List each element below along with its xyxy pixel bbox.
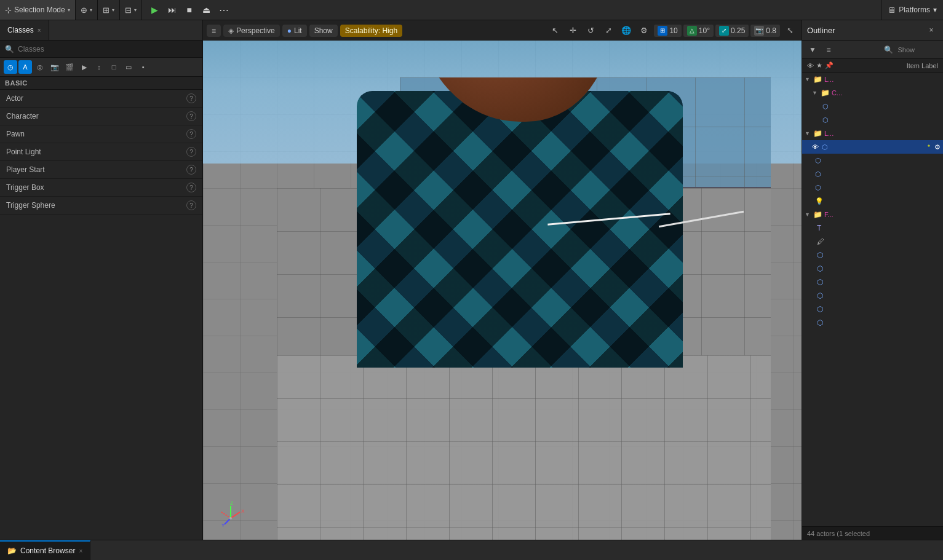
list-item-character[interactable]: Character ? bbox=[0, 108, 202, 125]
perspective-button[interactable]: ◈ Perspective bbox=[223, 25, 280, 37]
maximize-viewport-button[interactable]: ⤡ bbox=[782, 23, 798, 39]
outliner-item-selected[interactable]: 👁 ⬡ * ⚙ bbox=[802, 140, 943, 154]
filter-card-icon[interactable]: ▪ bbox=[137, 60, 150, 74]
outliner-status-bar: 44 actors (1 selected bbox=[802, 526, 943, 540]
viewport-menu-button[interactable]: ≡ bbox=[207, 25, 221, 37]
filter-actor-icon[interactable]: A bbox=[18, 60, 32, 74]
scalability-badge[interactable]: Scalability: High bbox=[340, 25, 402, 37]
outliner-brush-item[interactable]: 🖊 bbox=[802, 235, 943, 248]
scale-tool-button[interactable]: ⤢ bbox=[600, 23, 616, 39]
stop-button[interactable]: ■ bbox=[181, 3, 197, 17]
trigger-box-help-icon[interactable]: ? bbox=[186, 183, 196, 192]
step-forward-button[interactable]: ⏭ bbox=[164, 3, 180, 17]
outliner-item-2c[interactable]: ⬡ bbox=[802, 167, 943, 181]
filter-all-icon[interactable]: ◷ bbox=[4, 60, 17, 74]
content-browser-icon: 📂 bbox=[7, 546, 17, 555]
select-cursor-button[interactable]: ↖ bbox=[547, 23, 563, 39]
list-item-actor[interactable]: Actor ? bbox=[0, 90, 202, 108]
pin-col-icon: 📌 bbox=[825, 61, 834, 69]
lit-button[interactable]: ● Lit bbox=[282, 25, 307, 37]
outliner-folder-1[interactable]: ▼ 📁 L... bbox=[802, 73, 943, 86]
search-input[interactable] bbox=[18, 45, 197, 53]
outliner-items: ▼ 📁 L... ▼ 📁 C... ⬡ ⬡ ▼ bbox=[802, 73, 943, 526]
filter-camera-icon[interactable]: 📷 bbox=[48, 60, 62, 74]
outliner-close-button[interactable]: × bbox=[925, 23, 938, 37]
mesh-icon-fa: ⬡ bbox=[817, 251, 823, 259]
outliner-filter-alt[interactable]: ≡ bbox=[822, 43, 835, 57]
outliner-filter-row: ▼ ≡ 🔍 Show bbox=[802, 41, 943, 59]
list-item-player-start[interactable]: Player Start ? bbox=[0, 161, 202, 179]
viewport-right-controls: ↖ ✛ ↺ ⤢ 🌐 ⚙ ⊞ 10 △ 10° ⤢ 0.25 bbox=[547, 23, 798, 39]
filter-arrows-icon[interactable]: ↕ bbox=[92, 60, 106, 74]
camera-speed-button[interactable]: 📷 0.8 bbox=[750, 25, 780, 37]
outliner-mesh-item-fd[interactable]: ⬡ bbox=[802, 289, 943, 302]
outliner-mesh-item-fc[interactable]: ⬡ bbox=[802, 275, 943, 289]
play-button[interactable]: ▶ bbox=[147, 3, 163, 17]
list-item-point-light[interactable]: Point Light ? bbox=[0, 143, 202, 161]
svg-point-4 bbox=[229, 517, 232, 519]
outliner-filter-down[interactable]: ▼ bbox=[806, 43, 819, 57]
filter-target-icon[interactable]: ◎ bbox=[33, 60, 47, 74]
outliner-item-2e[interactable]: 💡 bbox=[802, 194, 943, 208]
more-button[interactable]: ⊟ ▾ bbox=[120, 0, 142, 20]
outliner-mesh-item-ff[interactable]: ⬡ bbox=[802, 316, 943, 329]
show-button[interactable]: Show bbox=[309, 25, 338, 37]
world-space-button[interactable]: 🌐 bbox=[618, 23, 634, 39]
viewport-scene: X Z Y bbox=[203, 41, 802, 540]
outliner-item-1a2[interactable]: ⬡ bbox=[802, 113, 943, 127]
svg-line-3 bbox=[225, 518, 231, 524]
svg-line-0 bbox=[231, 512, 240, 518]
outliner-item-1a1[interactable]: ⬡ bbox=[802, 100, 943, 113]
right-panel: Outliner × ▼ ≡ 🔍 Show 👁 ★ 📌 Item Label ▼… bbox=[802, 20, 943, 540]
grid-icon: ⊞ bbox=[658, 26, 667, 36]
snap-button[interactable]: ⊞ ▾ bbox=[98, 0, 120, 20]
scale-icon: ⤢ bbox=[719, 26, 729, 36]
filter-film-icon[interactable]: 🎬 bbox=[63, 60, 76, 74]
character-body bbox=[357, 91, 683, 368]
close-classes-tab[interactable]: × bbox=[38, 27, 41, 34]
filter-frame-icon[interactable]: ▭ bbox=[122, 60, 135, 74]
outliner-mesh-item-fe[interactable]: ⬡ bbox=[802, 302, 943, 316]
mesh-icon-ff: ⬡ bbox=[817, 318, 823, 327]
filter-box-icon[interactable]: □ bbox=[107, 60, 121, 74]
outliner-mesh-item-fa[interactable]: ⬡ bbox=[802, 248, 943, 262]
more-play-button[interactable]: ⋯ bbox=[216, 3, 232, 17]
outliner-folder-2[interactable]: ▼ 📁 L... bbox=[802, 127, 943, 140]
point-light-help-icon[interactable]: ? bbox=[186, 147, 196, 157]
outliner-mesh-item-fb[interactable]: ⬡ bbox=[802, 262, 943, 275]
outliner-item-2d[interactable]: ⬡ bbox=[802, 181, 943, 194]
scale-snap-button[interactable]: ⤢ 0.25 bbox=[715, 25, 749, 37]
outliner-folder-1a[interactable]: ▼ 📁 C... bbox=[802, 86, 943, 100]
light-icon-2e: 💡 bbox=[815, 197, 824, 205]
selection-mode-button[interactable]: ⊹ Selection Mode ▾ bbox=[0, 0, 76, 20]
actor-help-icon[interactable]: ? bbox=[186, 93, 196, 103]
pawn-help-icon[interactable]: ? bbox=[186, 129, 196, 139]
classes-tab[interactable]: Classes × bbox=[0, 20, 49, 40]
trigger-sphere-help-icon[interactable]: ? bbox=[186, 200, 196, 210]
outliner-item-2b[interactable]: ⬡ bbox=[802, 154, 943, 167]
angle-snap-button[interactable]: △ 10° bbox=[683, 25, 714, 37]
transform-button[interactable]: ⊕ ▾ bbox=[76, 0, 98, 20]
platforms-button[interactable]: 🖥 Platforms ▾ bbox=[881, 0, 943, 20]
rotate-tool-button[interactable]: ↺ bbox=[583, 23, 599, 39]
content-browser-tab[interactable]: 📂 Content Browser × bbox=[0, 540, 90, 560]
outliner-text-item[interactable]: T bbox=[802, 221, 943, 235]
filter-play-icon[interactable]: ▶ bbox=[78, 60, 91, 74]
grid-size-button[interactable]: ⊞ 10 bbox=[654, 25, 681, 37]
move-tool-button[interactable]: ✛ bbox=[565, 23, 581, 39]
list-item-trigger-sphere[interactable]: Trigger Sphere ? bbox=[0, 197, 202, 215]
outliner-folder-3[interactable]: ▼ 📁 F... bbox=[802, 208, 943, 221]
left-panel: Classes × 🔍 ◷ A ◎ 📷 🎬 ▶ ↕ □ ▭ ▪ BASIC Ac… bbox=[0, 20, 203, 540]
list-item-pawn[interactable]: Pawn ? bbox=[0, 125, 202, 143]
viewport[interactable]: ≡ ◈ Perspective ● Lit Show Scalability: … bbox=[203, 20, 802, 540]
content-browser-close[interactable]: × bbox=[79, 548, 82, 554]
list-item-trigger-box[interactable]: Trigger Box ? bbox=[0, 179, 202, 197]
player-start-help-icon[interactable]: ? bbox=[186, 165, 196, 175]
mesh-icon-1a1: ⬡ bbox=[822, 103, 829, 111]
settings-button[interactable]: ⚙ bbox=[636, 23, 652, 39]
eject-button[interactable]: ⏏ bbox=[199, 3, 215, 17]
brush-icon: 🖊 bbox=[817, 237, 824, 246]
filter-icons-row: ◷ A ◎ 📷 🎬 ▶ ↕ □ ▭ ▪ bbox=[0, 58, 202, 77]
outliner-search-button[interactable]: 🔍 bbox=[882, 43, 896, 57]
character-help-icon[interactable]: ? bbox=[186, 111, 196, 121]
